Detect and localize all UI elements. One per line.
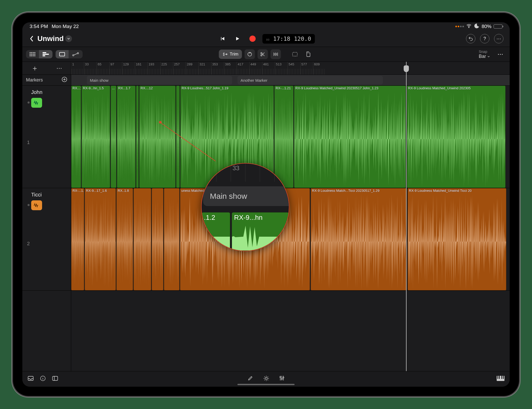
back-button[interactable] [26, 33, 37, 44]
view-mode-switch[interactable] [26, 50, 52, 58]
region-label: RX-9 Loudness Matched_Unwind Ticci 20 [409, 189, 471, 193]
audio-region[interactable]: RX....12 [139, 86, 176, 188]
split-tool-icon[interactable] [258, 49, 268, 59]
ruler-tick[interactable]: 129 [122, 62, 135, 74]
ruler-tick[interactable]: 577 [300, 62, 313, 74]
ruler-tick[interactable]: 225 [160, 62, 173, 74]
svg-point-0 [469, 27, 469, 28]
ruler-tick[interactable]: 65 [97, 62, 109, 74]
track-icon-audio[interactable] [31, 200, 42, 210]
track-header-john[interactable]: John [22, 86, 71, 188]
ruler-tick[interactable]: 481 [262, 62, 275, 74]
region-label: ... [112, 86, 115, 90]
project-menu-chevron[interactable] [65, 35, 72, 42]
ruler-tick[interactable]: 417 [237, 62, 249, 74]
audio-region[interactable]: ... [111, 86, 116, 188]
ruler-tick[interactable]: 1 [71, 62, 84, 74]
keyboard-icon[interactable] [497, 376, 504, 383]
audio-region[interactable]: RX-9...17_1.6 [85, 188, 116, 290]
marquee-tool-icon[interactable] [290, 49, 300, 59]
toolbar-more-button[interactable]: ⋯ [495, 51, 506, 58]
trim-tool-button[interactable]: Trim [219, 50, 242, 59]
record-button[interactable] [247, 33, 258, 44]
ruler-tick[interactable]: 513 [275, 62, 288, 74]
region-view-icon[interactable] [56, 50, 69, 58]
svg-rect-25 [28, 376, 33, 380]
lcd-tempo: 120.0 [294, 36, 311, 42]
ruler-tick[interactable]: 161 [135, 62, 148, 74]
toolbar: Trim [22, 47, 510, 62]
pencil-tool-icon[interactable] [248, 375, 253, 383]
copy-tool-icon[interactable] [303, 49, 313, 59]
ruler-tick[interactable]: 257 [173, 62, 186, 74]
svg-point-29 [280, 377, 281, 378]
marker-chip[interactable]: Another Marker [237, 76, 383, 85]
ruler-tick[interactable]: 193 [148, 62, 160, 74]
svg-rect-2 [31, 52, 32, 53]
play-button[interactable] [232, 33, 243, 44]
ruler-tick[interactable]: 449 [249, 62, 262, 74]
ruler-tick[interactable]: 97 [109, 62, 122, 74]
audio-region[interactable]: RX...1.2 [71, 86, 81, 188]
audio-region[interactable]: RX-9...hn_1.5 [82, 86, 110, 188]
ruler-tick[interactable]: 609 [313, 62, 326, 74]
brightness-icon[interactable] [263, 375, 269, 383]
audio-region[interactable]: RX...1.7 [117, 86, 136, 188]
tracks-view-icon[interactable] [39, 50, 52, 58]
audio-region[interactable]: RX-9 Loudness Matched_Unwind 202305 [407, 86, 506, 188]
audio-region[interactable]: RX-9 Loudness Match...Ticci 20230517_1.2… [311, 188, 407, 290]
lens-marker-chip: Main show [203, 186, 289, 206]
more-menu-button[interactable]: ⋯ [494, 34, 503, 43]
info-icon[interactable] [40, 376, 46, 383]
audio-region[interactable]: RX..1.8 [116, 188, 133, 290]
audio-region[interactable] [136, 86, 139, 188]
grid-view-icon[interactable] [26, 50, 39, 58]
timeline-area[interactable]: 1336597129161193225257289321353385417449… [71, 62, 510, 371]
timeline-ruler[interactable]: 1336597129161193225257289321353385417449… [71, 62, 510, 75]
lcd-display[interactable]: 00 17:18 120.0 [262, 34, 315, 44]
ruler-tick[interactable]: 545 [288, 62, 300, 74]
track-icon-audio[interactable] [31, 98, 42, 108]
marker-chip[interactable]: Main show [87, 76, 232, 85]
marker-lane[interactable]: Main show Another Marker [71, 75, 510, 86]
track-options-button[interactable]: ⋯ [56, 65, 62, 72]
help-button[interactable]: ? [480, 34, 489, 43]
automation-view-icon[interactable] [69, 50, 83, 58]
ruler-tick[interactable]: 321 [198, 62, 211, 74]
track-lane-2[interactable]: RX-...1.2RX-9...17_1.6RX..1.8uness Match… [71, 188, 510, 291]
home-indicator[interactable] [237, 384, 295, 385]
svg-rect-8 [34, 54, 35, 55]
svg-rect-7 [33, 54, 34, 55]
track-lane-1[interactable]: RX...1.2RX-9...hn_1.5...RX...1.7RX....12… [71, 86, 510, 188]
lens-ruler-tick: 33 [231, 163, 245, 182]
audio-region[interactable] [134, 188, 151, 290]
rewind-button[interactable] [217, 33, 228, 44]
ruler-tick[interactable]: 353 [211, 62, 224, 74]
audio-region[interactable]: RX-...1.2 [71, 188, 84, 290]
stretch-tool-icon[interactable] [271, 49, 281, 59]
svg-rect-14 [43, 54, 49, 55]
track-header-column: ＋ ⋯ Markers John [22, 62, 71, 371]
ruler-tick[interactable]: 385 [224, 62, 237, 74]
track-header-ticci[interactable]: Ticci [22, 188, 71, 291]
ruler-tick[interactable]: 289 [186, 62, 198, 74]
undo-button[interactable] [466, 34, 475, 43]
audio-region[interactable] [152, 188, 163, 290]
add-track-button[interactable]: ＋ [31, 63, 38, 73]
mixer-icon[interactable] [279, 375, 284, 383]
audio-region[interactable]: RX-9 Loudness Matched_Unwind 20230517 Jo… [294, 86, 406, 188]
ruler-tick[interactable]: 33 [84, 62, 97, 74]
loop-tool-icon[interactable] [245, 49, 255, 59]
display-mode-switch[interactable] [56, 50, 83, 58]
audio-region[interactable] [176, 86, 180, 188]
inbox-icon[interactable] [28, 376, 34, 383]
audio-region[interactable]: RX-9 Loudness Matched_Unwind Ticci 20 [408, 188, 506, 290]
waveform [136, 91, 138, 188]
audio-region[interactable]: RX-...1.21 [274, 86, 294, 188]
panel-toggle-icon[interactable] [52, 376, 58, 383]
region-label: RX..1.8 [118, 189, 129, 193]
add-marker-button[interactable] [62, 77, 67, 84]
audio-region[interactable] [164, 188, 179, 290]
snap-selector[interactable]: Snap Bar [479, 50, 491, 59]
playhead[interactable] [406, 62, 407, 371]
